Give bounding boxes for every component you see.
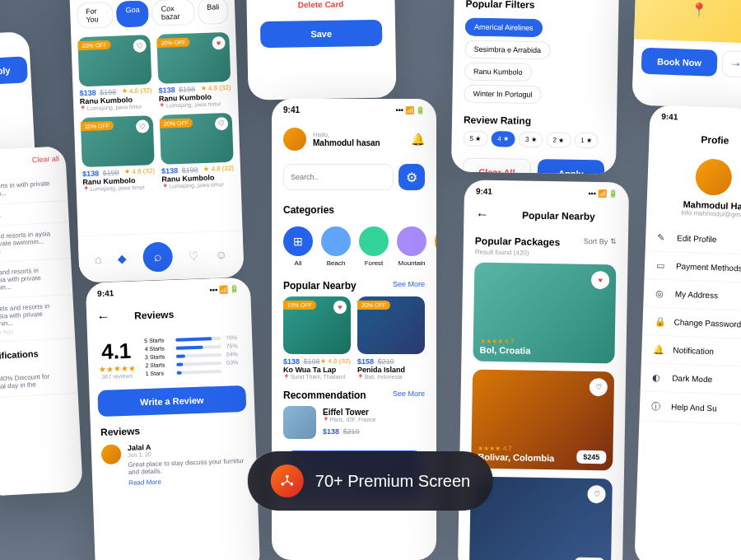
heart-icon[interactable]: ♡ bbox=[590, 378, 608, 396]
rating-chip[interactable]: 2 ★ bbox=[546, 132, 571, 148]
category-item[interactable]: Mountain bbox=[397, 226, 426, 267]
search-fab[interactable]: ⌕ bbox=[142, 241, 173, 272]
package-card[interactable]: ♥ ★★★★ 4.7Bol, Croatia bbox=[473, 263, 616, 364]
listing-card[interactable]: 20% OFF♡$138 $198★ 4.8 (32)Ranu KumboloL… bbox=[81, 115, 156, 192]
popular-nearby-screen: 9:41•••📶🔋 ←Popular Nearby Popular Packag… bbox=[458, 180, 629, 560]
arrow-icon[interactable]: → bbox=[722, 50, 741, 77]
filter-tab[interactable]: Bali bbox=[198, 0, 229, 25]
map-view[interactable]: 📍 bbox=[634, 0, 741, 44]
packages-title: Popular Packages bbox=[475, 236, 561, 249]
notification-item[interactable]: 11 hotels and resorts in Malaysia with p… bbox=[0, 295, 75, 343]
nearby-card[interactable]: 15% OFF♥ $138 $198★ 4.8 (32) Ko Wua Ta L… bbox=[283, 296, 351, 380]
recommendation-card[interactable]: Eiffel Tower Paris, IDF, France $138 $21… bbox=[272, 406, 436, 439]
home-icon[interactable]: ⌂ bbox=[95, 252, 102, 265]
save-button[interactable]: Save bbox=[260, 20, 383, 49]
rec-thumbnail bbox=[283, 406, 316, 439]
rating-bar-row: 3 Starts04% bbox=[145, 351, 243, 360]
heart-icon[interactable]: ♡ bbox=[587, 485, 605, 503]
rating-chip[interactable]: 3 ★ bbox=[519, 132, 543, 148]
favorites-icon[interactable]: ♡ bbox=[189, 249, 200, 262]
filter-screen: Popular Filters Americal AirelinesSesimb… bbox=[451, 0, 619, 175]
filter-chip[interactable]: Winter In Portogul bbox=[464, 84, 541, 104]
reviews-title: Reviews bbox=[134, 309, 174, 322]
nearby-title: Popular Nearby bbox=[283, 280, 357, 292]
filter-chip[interactable]: Sesimbra e Arrabida bbox=[464, 40, 550, 60]
search-input[interactable] bbox=[283, 164, 394, 190]
rating-chip[interactable]: 1 ★ bbox=[0, 31, 30, 56]
profile-icon[interactable]: ☺ bbox=[215, 248, 227, 261]
sort-by-link[interactable]: Sort By ⇅ bbox=[584, 237, 617, 250]
menu-icon: 🔔 bbox=[653, 344, 664, 355]
notifications-screen: ation Clear all and resorts in with priv… bbox=[0, 146, 83, 497]
discount-badge: 15% OFF bbox=[283, 301, 316, 310]
recommendation-title: Recommendation bbox=[283, 390, 366, 401]
filter-tab[interactable]: Goa bbox=[116, 0, 149, 27]
listing-card[interactable]: 20% OFF♡$138 $198★ 4.8 (32)Ranu KumboloL… bbox=[160, 113, 235, 189]
book-now-button[interactable]: Book Now bbox=[641, 48, 718, 77]
category-item[interactable]: ⊞All bbox=[283, 226, 313, 267]
rating-chip[interactable]: 5 ★ bbox=[463, 130, 487, 147]
see-more-link[interactable]: See More bbox=[393, 390, 425, 401]
back-icon[interactable]: ← bbox=[475, 208, 488, 222]
apply-button[interactable]: Apply bbox=[538, 159, 605, 175]
heart-icon[interactable]: ♡ bbox=[136, 119, 150, 133]
rating-chip[interactable]: 1 ★ bbox=[574, 133, 599, 149]
rating-bar-row: 2 Starts03% bbox=[145, 359, 243, 368]
rating-label: ★ 4.8 (32) bbox=[320, 357, 351, 366]
apply-button[interactable]: Apply bbox=[0, 56, 28, 86]
heart-icon[interactable]: ♡ bbox=[133, 39, 147, 53]
menu-icon: ◎ bbox=[655, 288, 667, 299]
promo-text: omo 40% Discount for special day in the bbox=[0, 365, 78, 399]
category-item[interactable]: Forest bbox=[359, 226, 389, 267]
explore-icon[interactable]: ◆ bbox=[118, 251, 128, 264]
write-review-button[interactable]: Write a Review bbox=[97, 385, 246, 417]
filter-icon[interactable]: ⚙ bbox=[398, 164, 425, 190]
back-icon[interactable]: ← bbox=[96, 310, 110, 325]
category-item[interactable]: Beach bbox=[321, 226, 351, 267]
listing-card[interactable]: 20% OFF♡$138 $198★ 4.8 (32)Ranu KumboloL… bbox=[77, 35, 152, 111]
menu-item[interactable]: ⓘHelp And Su bbox=[639, 391, 741, 426]
menu-icon: 🔒 bbox=[654, 316, 665, 327]
nearby-card[interactable]: 20% OFF $158 $210 Penida Island Bali, In… bbox=[357, 296, 425, 380]
review-rating-title: Review Rating bbox=[452, 105, 617, 133]
menu-icon: ▭ bbox=[656, 260, 668, 271]
banner-text: 70+ Premium Screen bbox=[315, 472, 470, 491]
category-item[interactable]: Subt bbox=[435, 226, 436, 267]
user-name: Mahmodul hasan bbox=[313, 138, 404, 147]
status-time: 9:41 bbox=[283, 105, 300, 114]
clear-all-link[interactable]: Clear all bbox=[31, 155, 59, 166]
categories-title: Categories bbox=[283, 204, 334, 216]
see-more-link[interactable]: See More bbox=[393, 280, 425, 292]
listing-card[interactable]: 20% OFF♥$138 $198★ 4.8 (32)Ranu KumboloL… bbox=[156, 32, 231, 109]
user-avatar[interactable] bbox=[283, 128, 306, 151]
filter-tab[interactable]: Cox bazar bbox=[151, 0, 195, 26]
heart-icon[interactable]: ♥ bbox=[333, 301, 347, 314]
clear-all-button[interactable]: Clear All bbox=[463, 157, 532, 174]
rec-location: Paris, IDF, France bbox=[323, 417, 425, 422]
read-more-link[interactable]: Read More bbox=[128, 475, 247, 487]
svg-point-2 bbox=[290, 483, 293, 486]
profile-screen: 9:41 Profie Mahmodul Ha Info.mahmodul@gm… bbox=[634, 105, 741, 560]
review-body: Great place to stay discuss your furnitu… bbox=[128, 457, 247, 476]
bell-icon[interactable]: 🔔 bbox=[411, 133, 425, 146]
menu-icon: ⓘ bbox=[651, 400, 664, 413]
status-icons: •••📶🔋 bbox=[210, 285, 240, 294]
heart-icon[interactable]: ♥ bbox=[591, 271, 609, 289]
package-card[interactable]: ♡ ★★★★ 4.7Bolivar, Colombia$245 bbox=[471, 370, 614, 471]
heart-icon[interactable]: ♥ bbox=[212, 36, 226, 50]
status-time: 9:41 bbox=[661, 112, 678, 122]
notification-item[interactable]: hotels and resorts in Malaysia with priv… bbox=[0, 259, 72, 300]
notification-item[interactable]: otels and resorts in aysia with private … bbox=[0, 222, 71, 264]
rec-name: Eiffel Tower bbox=[323, 408, 425, 417]
rating-chip[interactable]: 4 ★ bbox=[491, 131, 515, 147]
filter-chip[interactable]: Ranu Kumbolo bbox=[464, 63, 532, 82]
status-icons: •••📶🔋 bbox=[396, 106, 425, 114]
listing-screen: For YouGoaCox bazarBali 20% OFF♡$138 $19… bbox=[68, 0, 244, 282]
profile-avatar[interactable] bbox=[695, 158, 733, 196]
filter-tab[interactable]: For You bbox=[77, 2, 114, 30]
delete-card-link[interactable]: Delete Card bbox=[259, 0, 381, 10]
review-score: 4.1 bbox=[97, 338, 135, 366]
heart-icon[interactable]: ♡ bbox=[215, 117, 229, 131]
rating-bar-row: 4 Starts76% bbox=[144, 343, 242, 352]
filter-chip[interactable]: Americal Airelines bbox=[465, 18, 543, 38]
